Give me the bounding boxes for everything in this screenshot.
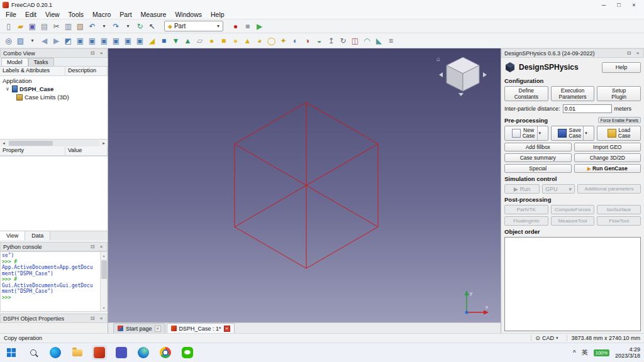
float-panel-icon[interactable]: ⊡	[89, 244, 96, 250]
define-constants-button[interactable]: Define Constants	[504, 86, 548, 101]
macro-stop-icon[interactable]: ■	[242, 20, 253, 32]
prim-sphere-icon[interactable]: ●	[230, 35, 242, 47]
whats-this-icon[interactable]: ↖	[146, 20, 158, 32]
menubar-item[interactable]: Help	[206, 11, 229, 18]
close-panel-icon[interactable]: ×	[98, 315, 104, 321]
prim-cone-icon[interactable]: ▲	[242, 35, 253, 47]
execution-parameters-button[interactable]: Execution Parameters	[551, 86, 595, 101]
undo-icon[interactable]: ↶	[86, 20, 98, 32]
column-property[interactable]: Property	[0, 146, 65, 155]
taskbar-edge-button[interactable]	[48, 345, 63, 360]
menubar-item[interactable]: Tools	[64, 11, 89, 18]
tray-chevron-icon[interactable]: ^	[573, 349, 576, 356]
shape-builder-icon[interactable]: ▱	[194, 35, 206, 47]
tree-item-case-limits[interactable]: Case Limits (3D)	[0, 93, 108, 101]
redo-dropdown-icon[interactable]: ▾	[122, 20, 134, 32]
close-panel-icon[interactable]: ×	[98, 50, 104, 56]
fillet-icon[interactable]: ◠	[361, 35, 373, 47]
menubar-item[interactable]: File	[1, 11, 21, 18]
python-console[interactable]: se")>>> #App.ActiveDocument=App.getDocum…	[0, 251, 108, 312]
ime-indicator[interactable]: 英	[582, 348, 588, 357]
column-value[interactable]: Value	[65, 146, 108, 155]
revolve-icon[interactable]: ↻	[337, 35, 349, 47]
scroll-left-icon[interactable]: ◂	[0, 141, 8, 146]
menubar-item[interactable]: Part	[115, 11, 136, 18]
section-icon[interactable]: ◣	[373, 35, 385, 47]
taskbar-wechat-button[interactable]	[180, 345, 195, 360]
measure-distance-icon[interactable]: ◢	[146, 35, 158, 47]
taskbar-clock[interactable]: 4:29 2023/3/18	[615, 346, 640, 359]
column-labels-attributes[interactable]: Labels & Attributes	[0, 67, 65, 75]
scroll-up-icon[interactable]: ▴	[103, 253, 105, 259]
run-gencase-button[interactable]: ▶ Run GenCase	[574, 164, 641, 173]
navigation-style-selector[interactable]: ⊙ CAD ▾	[531, 335, 562, 341]
copy-icon[interactable]: ▥	[62, 20, 74, 32]
menubar-item[interactable]: Edit	[21, 11, 41, 18]
paste-icon[interactable]: ▧	[74, 20, 86, 32]
close-button[interactable]: ×	[626, 2, 641, 8]
mirror-icon[interactable]: ◫	[349, 35, 361, 47]
bool-common-icon[interactable]: ◒	[313, 35, 325, 47]
prim-ellipsoid-icon[interactable]: ◕	[253, 35, 265, 47]
3d-viewport[interactable]: ⌂ x y	[108, 48, 501, 322]
tree-item-dsph-case[interactable]: ∨ DSPH_Case	[0, 85, 108, 93]
save-file-icon[interactable]: ▣	[26, 20, 38, 32]
chevron-down-icon[interactable]: ▾	[537, 126, 541, 140]
view-back-icon[interactable]: ◀	[38, 35, 50, 47]
tab-close-icon[interactable]: ×	[224, 326, 230, 332]
close-panel-icon[interactable]: ×	[98, 244, 104, 250]
view-rear-icon[interactable]: ▣	[110, 35, 122, 47]
tab-start-page[interactable]: Start page ×	[113, 323, 165, 333]
battery-icon[interactable]: 100%	[594, 349, 609, 356]
close-panel-icon[interactable]: ×	[635, 50, 641, 56]
maximize-button[interactable]: □	[611, 2, 626, 8]
taskbar-edge-beta-button[interactable]	[136, 345, 151, 360]
refresh-icon[interactable]: ↻	[134, 20, 146, 32]
interparticle-distance-input[interactable]	[563, 104, 612, 113]
import-geo-button[interactable]: Import GEO	[574, 143, 641, 151]
float-panel-icon[interactable]: ⊡	[89, 315, 96, 321]
help-button[interactable]: Help	[602, 62, 641, 73]
float-panel-icon[interactable]: ⊡	[89, 50, 96, 56]
tab-close-icon[interactable]: ×	[155, 326, 161, 332]
menubar-item[interactable]: Windows	[170, 11, 206, 18]
expander-icon[interactable]: ∨	[5, 86, 10, 92]
extrude-icon[interactable]: ↥	[325, 35, 337, 47]
tab-data[interactable]: Data	[25, 231, 50, 240]
change-3d-2d-button[interactable]: Change 3D/2D	[574, 153, 641, 162]
special-button[interactable]: Special	[504, 164, 572, 173]
case-summary-button[interactable]: Case summary	[504, 153, 572, 162]
offset-icon[interactable]: ≡	[385, 35, 397, 47]
new-file-icon[interactable]: ▯	[3, 20, 14, 32]
start-button[interactable]	[4, 345, 19, 360]
tab-dsph-case[interactable]: DSPH_Case : 1* ×	[167, 323, 235, 333]
prim-cylinder-icon[interactable]: ●	[206, 35, 218, 47]
navigation-cube[interactable]: ⌂	[434, 52, 488, 100]
taskbar-freecad-button[interactable]	[92, 345, 107, 360]
object-order-list[interactable]	[504, 237, 641, 331]
tree-horizontal-scrollbar[interactable]: ◂ ▸	[0, 139, 108, 146]
view-isometric-icon[interactable]: ◩	[62, 35, 74, 47]
fit-all-icon[interactable]: ◎	[3, 35, 14, 47]
menubar-item[interactable]: View	[41, 11, 64, 18]
prim-torus-icon[interactable]: ◯	[265, 35, 277, 47]
print-icon[interactable]: ▤	[38, 20, 50, 32]
part-box-icon[interactable]: ■	[158, 35, 170, 47]
prim-box-icon[interactable]: ■	[218, 35, 230, 47]
undo-dropdown-icon[interactable]: ▾	[98, 20, 110, 32]
save-case-button[interactable]: Save Case ▾	[551, 126, 595, 141]
draw-style-dropdown-icon[interactable]: ▾	[26, 35, 38, 47]
tree-item-application[interactable]: Application	[0, 77, 108, 85]
tab-tasks[interactable]: Tasks	[28, 58, 54, 66]
macro-play-icon[interactable]: ▶	[253, 20, 265, 32]
cut-icon[interactable]: ✂	[50, 20, 62, 32]
scroll-right-icon[interactable]: ▸	[100, 141, 108, 146]
view-right-icon[interactable]: ▣	[98, 35, 110, 47]
console-vertical-scrollbar[interactable]: ▴ ▾	[100, 252, 107, 311]
bool-union-icon[interactable]: ◐	[289, 35, 301, 47]
view-bottom-icon[interactable]: ▣	[122, 35, 134, 47]
taskbar-file-explorer-button[interactable]	[70, 345, 85, 360]
part-import-icon[interactable]: ▼	[170, 35, 182, 47]
new-case-button[interactable]: New Case ▾	[504, 126, 548, 141]
open-file-icon[interactable]: ▰	[14, 20, 26, 32]
